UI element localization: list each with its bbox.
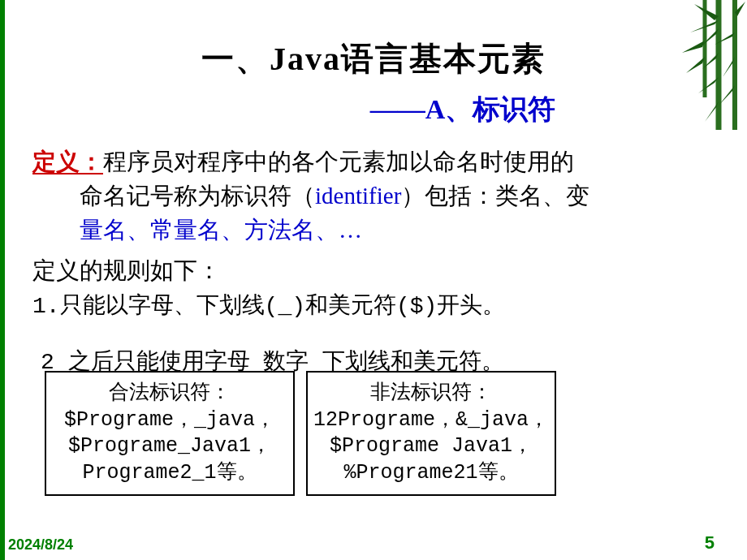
illegal-identifier-box: 非法标识符： 12Programe，&_java， $Programe Java… — [306, 371, 556, 496]
illegal-box-line2: $Programe Java1， — [313, 433, 550, 460]
rules-intro: 定义的规则如下： — [32, 253, 715, 287]
legal-box-title: 合法标识符： — [51, 379, 288, 406]
identifier-boxes: 合法标识符： $Programe，_java， $Programe_Java1，… — [45, 371, 556, 496]
left-green-bar — [0, 0, 5, 560]
definition-label: 定义： — [32, 149, 103, 174]
definition-text-1: 程序员对程序中的各个元素加以命名时使用的 — [103, 149, 574, 174]
content-area: 定义：程序员对程序中的各个元素加以命名时使用的 命名记号称为标识符（identi… — [8, 144, 739, 324]
rule-1: 1.只能以字母、下划线(_)和美元符($)开头。 — [32, 291, 715, 324]
footer-date: 2024/8/24 — [8, 536, 73, 554]
legal-box-line3: Programe2_1等。 — [51, 460, 288, 487]
slide-content: 一、Java语言基本元素 ——A、标识符 定义：程序员对程序中的各个元素加以命名… — [8, 0, 739, 560]
illegal-box-title: 非法标识符： — [313, 379, 550, 406]
footer-page-number: 5 — [705, 532, 715, 554]
definition-line2: 命名记号称为标识符（identifier）包括：类名、变 — [32, 179, 715, 213]
illegal-box-line3: %Programe21等。 — [313, 460, 550, 487]
legal-box-line1: $Programe，_java， — [51, 407, 288, 434]
definition-block: 定义：程序员对程序中的各个元素加以命名时使用的 — [32, 144, 715, 179]
legal-identifier-box: 合法标识符： $Programe，_java， $Programe_Java1，… — [45, 371, 295, 496]
legal-box-line2: $Programe_Java1， — [51, 433, 288, 460]
identifier-term: identifier — [315, 183, 401, 209]
main-title: 一、Java语言基本元素 — [8, 37, 739, 81]
definition-line3: 量名、常量名、方法名、… — [32, 213, 715, 247]
illegal-box-line1: 12Programe，&_java， — [313, 407, 550, 434]
subtitle: ——A、标识符 — [8, 91, 739, 128]
